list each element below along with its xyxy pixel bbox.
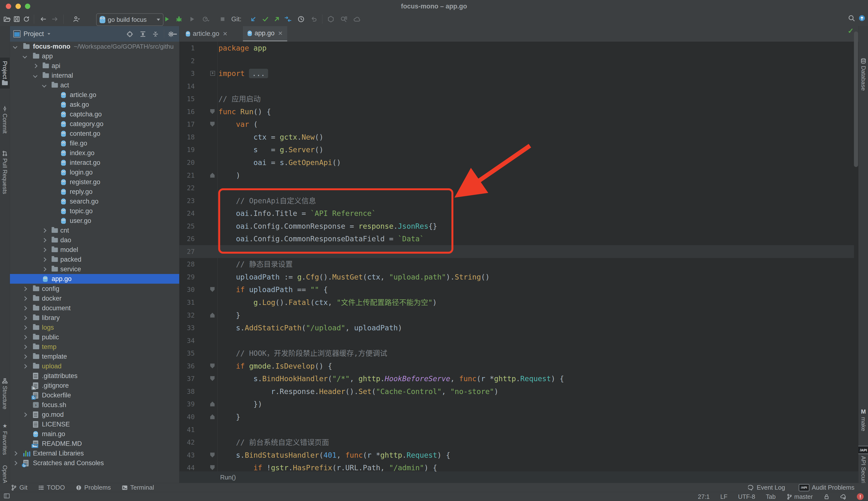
open-folder-icon[interactable] xyxy=(2,14,12,24)
chevron-collapsed-icon[interactable] xyxy=(42,267,46,271)
code-line-16[interactable]: 16func Run() { xyxy=(179,105,854,118)
code-line-3[interactable]: 3+import ... xyxy=(179,67,854,80)
chevron-collapsed-icon[interactable] xyxy=(42,257,46,262)
code-line-1[interactable]: 1package app xyxy=(179,42,854,54)
chevron-collapsed-icon[interactable] xyxy=(22,413,27,417)
toolwindow-button-terminal[interactable]: Terminal xyxy=(122,484,154,491)
tree-row-public[interactable]: public xyxy=(10,332,179,342)
code-line-43[interactable]: 43 s.BindStatusHandler(401, func(r *ghtt… xyxy=(179,449,854,461)
debug-icon[interactable] xyxy=(174,14,184,24)
fold-marker-icon[interactable] xyxy=(210,376,215,381)
tree-row-packed[interactable]: packed xyxy=(10,255,179,264)
code-line-18[interactable]: 18 ctx = gctx.New() xyxy=(179,131,854,143)
tool-stripe-project[interactable]: Project xyxy=(0,57,10,88)
history-icon[interactable] xyxy=(296,14,306,24)
tree-row-search.go[interactable]: search.go xyxy=(10,196,179,206)
tree-row-login.go[interactable]: login.go xyxy=(10,168,179,177)
tab-app-go[interactable]: app.go ✕ xyxy=(243,26,287,41)
chevron-collapsed-icon[interactable] xyxy=(33,64,37,68)
code-line-29[interactable]: 29 uploadPath := g.Cfg().MustGet(ctx, "u… xyxy=(179,270,854,284)
git-push-icon[interactable] xyxy=(272,14,282,24)
code-line-15[interactable]: 15// 应用启动 xyxy=(179,93,854,105)
breadcrumb[interactable]: Run() xyxy=(179,471,858,483)
tree-row-config[interactable]: config xyxy=(10,284,179,294)
tree-row-register.go[interactable]: register.go xyxy=(10,177,179,187)
code-line-2[interactable]: 2 xyxy=(179,54,854,67)
tree-row-main.go[interactable]: main.go xyxy=(10,429,179,439)
tree-row-model[interactable]: model xyxy=(10,245,179,255)
tree-row-logs[interactable]: logs xyxy=(10,323,179,332)
tree-row-dao[interactable]: dao xyxy=(10,235,179,245)
code-line-31[interactable]: 31 g.Log().Fatal(ctx, "文件上传配置路径不能为空") xyxy=(179,296,854,309)
tree-row-reply.go[interactable]: reply.go xyxy=(10,187,179,196)
chevron-collapsed-icon[interactable] xyxy=(42,248,46,252)
close-icon[interactable]: ✕ xyxy=(278,30,283,37)
tree-row-.gitattributes[interactable]: .gitattributes xyxy=(10,371,179,381)
run-configuration-select[interactable]: go build focus xyxy=(96,13,164,26)
tab-article-go[interactable]: article.go ✕ xyxy=(181,26,232,41)
chevron-collapsed-icon[interactable] xyxy=(13,461,17,465)
tree-row-user.go[interactable]: user.go xyxy=(10,216,179,226)
tree-row-file.go[interactable]: file.go xyxy=(10,138,179,148)
hexagon-icon[interactable] xyxy=(326,14,336,24)
fold-marker-icon[interactable] xyxy=(210,287,215,292)
stop-icon[interactable] xyxy=(218,14,228,24)
code-line-22[interactable]: 22 xyxy=(179,182,854,194)
tree-row-interact.go[interactable]: interact.go xyxy=(10,158,179,168)
tool-stripe-make[interactable]: Mmake xyxy=(859,405,868,435)
fold-marker-icon[interactable] xyxy=(210,313,215,318)
code-line-32[interactable]: 32 } xyxy=(179,309,854,322)
status-item-27-1[interactable]: 27:1 xyxy=(698,493,710,500)
tree-row-topic.go[interactable]: topic.go xyxy=(10,206,179,216)
chevron-expanded-icon[interactable] xyxy=(33,73,37,78)
fold-marker-icon[interactable] xyxy=(210,363,215,369)
tool-stripe-commit[interactable]: Commit xyxy=(0,103,10,137)
tree-row-content.go[interactable]: content.go xyxy=(10,129,179,138)
update-available-icon[interactable] xyxy=(857,13,867,23)
chevron-collapsed-icon[interactable] xyxy=(22,287,27,291)
tree-row-article.go[interactable]: article.go xyxy=(10,90,179,100)
tree-row-template[interactable]: template xyxy=(10,352,179,361)
code-line-25[interactable]: 25 oai.Config.CommonResponse = response.… xyxy=(179,220,854,233)
cloud-icon[interactable] xyxy=(352,14,362,24)
fold-marker-icon[interactable] xyxy=(210,109,215,114)
tree-row-docker[interactable]: docker xyxy=(10,294,179,303)
tool-stripe-structure[interactable]: Structure xyxy=(0,375,10,413)
status-item-lf[interactable]: LF xyxy=(720,493,727,500)
tree-row-focus-mono[interactable]: focus-mono~/Workspace/Go/GOPATH/src/gith… xyxy=(10,42,179,51)
chevron-collapsed-icon[interactable] xyxy=(22,325,27,330)
tree-row-cnt[interactable]: cnt xyxy=(10,226,179,235)
fold-marker-icon[interactable]: + xyxy=(210,71,215,76)
code-line-35[interactable]: 35 // HOOK，开发阶段禁止浏览器缓存,方便调试 xyxy=(179,347,854,360)
tool-stripe-database[interactable]: Database xyxy=(859,55,868,94)
chevron-collapsed-icon[interactable] xyxy=(22,335,27,339)
code-line-30[interactable]: 30 if uploadPath == "" { xyxy=(179,283,854,296)
search-everywhere-icon[interactable] xyxy=(846,13,857,23)
expand-all-icon[interactable] xyxy=(139,30,147,38)
status-item-master[interactable]: master xyxy=(786,493,813,500)
tree-row-api[interactable]: api xyxy=(10,61,179,71)
tree-row-ask.go[interactable]: ask.go xyxy=(10,100,179,109)
tree-row-captcha.go[interactable]: captcha.go xyxy=(10,109,179,119)
tree-row-.gitignore[interactable]: ⊘.gitignore xyxy=(10,381,179,391)
chevron-collapsed-icon[interactable] xyxy=(22,354,27,359)
fold-marker-icon[interactable] xyxy=(210,465,215,470)
git-update-icon[interactable] xyxy=(248,14,259,24)
code-line-36[interactable]: 36 if gmode.IsDevelop() { xyxy=(179,360,854,373)
code-line-24[interactable]: 24 oai.Info.Title = `API Reference` xyxy=(179,207,854,220)
chevron-collapsed-icon[interactable] xyxy=(42,238,46,242)
code-line-27[interactable]: 27 xyxy=(179,245,854,258)
coverage-icon[interactable] xyxy=(187,14,197,24)
find-usages-icon[interactable] xyxy=(338,14,349,24)
status-item--[interactable]: ! xyxy=(857,493,864,500)
sync-icon[interactable] xyxy=(21,14,31,24)
chevron-collapsed-icon[interactable] xyxy=(22,316,27,320)
project-panel-header[interactable]: Project xyxy=(10,26,179,42)
chevron-expanded-icon[interactable] xyxy=(22,54,27,58)
code-line-19[interactable]: 19 s = g.Server() xyxy=(179,143,854,156)
toolwindow-toggle-icon[interactable] xyxy=(3,492,10,501)
code-line-28[interactable]: 28 // 静态目录设置 xyxy=(179,258,854,270)
code-line-39[interactable]: 39 }) xyxy=(179,398,854,411)
editor-vertical-scrollbar[interactable] xyxy=(854,31,858,167)
fold-marker-icon[interactable] xyxy=(210,173,215,178)
